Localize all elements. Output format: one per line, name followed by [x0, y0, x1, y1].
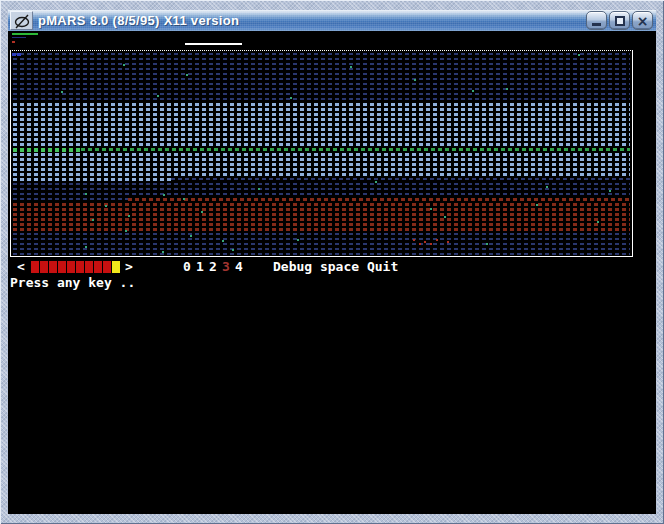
core-speck: [85, 193, 87, 195]
maximize-icon: [615, 16, 625, 26]
speed-digit: 3: [222, 260, 230, 273]
core-speck: [297, 239, 299, 241]
core-row: [13, 103, 630, 106]
white-line: [185, 43, 242, 45]
progress-block-filled: [67, 261, 75, 273]
core-speck: [163, 194, 165, 196]
core-speck: [424, 241, 426, 243]
progress-block-filled: [40, 261, 48, 273]
core-row: [13, 143, 630, 146]
core-speck: [105, 205, 107, 207]
speed-digit: 2: [209, 260, 217, 273]
core-row: [13, 228, 630, 231]
core-row: [13, 133, 630, 136]
core-speck: [430, 208, 432, 210]
core-speck: [506, 88, 508, 90]
speed-digit: 0: [183, 260, 191, 273]
core-row: [13, 158, 630, 161]
core-row: [13, 193, 630, 195]
legend-green-line: [12, 33, 38, 35]
core-speck: [201, 211, 203, 213]
core-speck: [85, 246, 87, 248]
minimize-icon: [592, 23, 601, 26]
core-speck: [597, 221, 599, 223]
progress-block-filled: [85, 261, 93, 273]
window-menu-button[interactable]: [10, 11, 33, 30]
core-speck: [578, 54, 580, 56]
core-row: [13, 118, 630, 121]
core-row: [13, 218, 630, 221]
core-speck: [536, 204, 538, 206]
core-speck: [472, 90, 474, 92]
prompt-text: Press any key ..: [10, 276, 135, 289]
core-start-block: [17, 53, 21, 56]
window-controls: ×: [586, 11, 653, 30]
core-speck: [444, 216, 446, 218]
core-row: [13, 128, 630, 131]
core-row: [13, 63, 630, 65]
core-row: [128, 198, 630, 201]
core-row: [13, 83, 630, 85]
core-speck: [546, 186, 548, 188]
core-speck: [486, 243, 488, 245]
core-speck: [128, 215, 130, 217]
close-icon: ×: [637, 14, 649, 28]
progress-block-filled: [58, 261, 66, 273]
progress-block-filled: [76, 261, 84, 273]
progress-block-filled: [31, 261, 39, 273]
core-row: [13, 98, 630, 100]
core-row: [13, 88, 630, 90]
core-row: [13, 108, 630, 111]
core-speck: [414, 79, 416, 81]
core-speck: [183, 198, 185, 200]
core-row: [13, 148, 81, 152]
minimize-button[interactable]: [586, 11, 607, 30]
key-hints: Debug space Quit: [273, 260, 398, 273]
core-speck: [157, 95, 159, 97]
progress-left-arrow: <: [17, 260, 25, 273]
core-speck: [290, 97, 292, 99]
core-row: [13, 138, 630, 141]
legend-red-mark: [12, 41, 15, 43]
core-row: [13, 248, 630, 250]
core-row: [13, 53, 630, 55]
core-speck: [162, 251, 164, 253]
window-title: pMARS 8.0 (8/5/95) X11 version: [38, 13, 239, 28]
core-speck: [92, 219, 94, 221]
core-speck: [609, 190, 611, 192]
core-row: [13, 198, 128, 200]
speed-digit: 1: [196, 260, 204, 273]
progress-right-arrow: >: [125, 260, 133, 273]
core-row: [13, 73, 630, 75]
legend-navy-line: [12, 37, 26, 38]
core-row: [13, 123, 630, 126]
core-speck: [222, 240, 224, 242]
core-row: [13, 78, 630, 80]
progress-block-filled: [103, 261, 111, 273]
core-speck: [125, 230, 127, 232]
core-row: [13, 168, 630, 171]
core-row: [13, 233, 630, 235]
close-button[interactable]: ×: [632, 11, 653, 30]
terminal-area: < > 01234 Debug space Quit Press any key…: [8, 31, 656, 514]
progress-block-filled: [49, 261, 57, 273]
core-row: [13, 93, 630, 95]
core-row: [13, 208, 630, 211]
core-speck: [232, 249, 234, 251]
titlebar[interactable]: pMARS 8.0 (8/5/95) X11 version ×: [8, 10, 656, 31]
core-speck: [190, 235, 192, 237]
slashed-circle-icon: [12, 12, 32, 30]
core-speck: [447, 241, 449, 243]
speed-digit: 4: [235, 260, 243, 273]
core-row: [13, 153, 630, 156]
core-row: [13, 243, 630, 245]
maximize-button[interactable]: [609, 11, 630, 30]
core-speck: [186, 74, 188, 76]
core-row: [171, 178, 630, 180]
core-row: [13, 238, 630, 240]
core-row: [13, 253, 630, 255]
core-speck: [430, 243, 432, 245]
round-progress-bar: [31, 261, 120, 273]
core-speck: [413, 239, 415, 241]
core-speck: [61, 91, 63, 93]
